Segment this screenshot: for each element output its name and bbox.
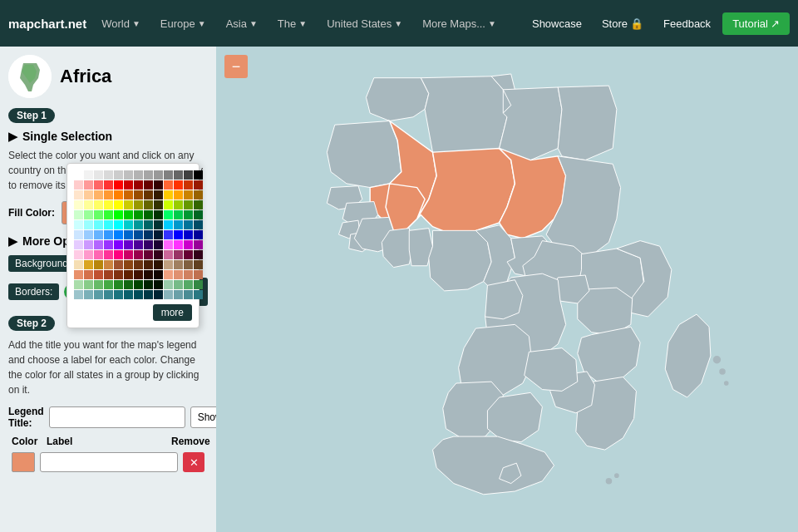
color-cell[interactable] (104, 270, 113, 279)
color-cell[interactable] (174, 210, 183, 219)
color-cell[interactable] (134, 190, 143, 200)
color-cell[interactable] (104, 200, 113, 209)
color-cell[interactable] (164, 190, 173, 200)
color-cell[interactable] (114, 280, 123, 289)
color-cell[interactable] (144, 180, 153, 190)
color-cell[interactable] (144, 280, 153, 289)
color-cell[interactable] (154, 240, 163, 249)
color-cell[interactable] (174, 200, 183, 209)
color-cell[interactable] (104, 250, 113, 259)
color-cell[interactable] (154, 280, 163, 289)
color-cell[interactable] (174, 230, 183, 239)
color-cell[interactable] (94, 180, 103, 190)
color-cell[interactable] (84, 210, 93, 219)
nav-store[interactable]: Store 🔒 (594, 12, 652, 35)
color-cell[interactable] (104, 290, 113, 299)
row-label-input[interactable] (40, 452, 178, 472)
color-cell[interactable] (134, 240, 143, 249)
color-cell[interactable] (184, 190, 193, 200)
color-cell[interactable] (124, 280, 133, 289)
color-cell[interactable] (114, 220, 123, 229)
color-cell[interactable] (184, 210, 193, 219)
color-cell[interactable] (144, 220, 153, 229)
color-cell[interactable] (194, 280, 203, 289)
color-cell[interactable] (144, 250, 153, 259)
color-cell[interactable] (194, 220, 203, 229)
color-cell[interactable] (94, 210, 103, 219)
color-cell[interactable] (74, 260, 83, 269)
color-cell[interactable] (74, 210, 83, 219)
nav-europe[interactable]: Europe ▼ (152, 12, 214, 35)
color-cell[interactable] (74, 240, 83, 249)
color-cell[interactable] (194, 180, 203, 190)
color-cell[interactable] (194, 250, 203, 259)
color-cell[interactable] (84, 270, 93, 279)
nav-more-maps[interactable]: More Maps... ▼ (414, 12, 505, 35)
color-cell[interactable] (164, 200, 173, 209)
africa-map-svg[interactable] (216, 47, 798, 532)
color-cell[interactable] (134, 260, 143, 269)
color-cell[interactable] (134, 290, 143, 299)
color-cell[interactable] (74, 190, 83, 200)
color-cell[interactable] (124, 200, 133, 209)
color-cell[interactable] (134, 230, 143, 239)
color-cell[interactable] (104, 210, 113, 219)
color-cell[interactable] (114, 170, 123, 180)
color-cell[interactable] (74, 280, 83, 289)
color-cell[interactable] (114, 270, 123, 279)
show-legend-select[interactable]: Show Legend (190, 406, 216, 428)
color-cell[interactable] (94, 280, 103, 289)
color-cell[interactable] (164, 290, 173, 299)
color-cell[interactable] (104, 230, 113, 239)
color-cell[interactable] (184, 200, 193, 209)
color-cell[interactable] (184, 180, 193, 190)
color-cell[interactable] (84, 280, 93, 289)
color-cell[interactable] (144, 190, 153, 200)
color-cell[interactable] (124, 290, 133, 299)
color-cell[interactable] (134, 270, 143, 279)
color-cell[interactable] (114, 260, 123, 269)
color-cell[interactable] (94, 260, 103, 269)
color-cell[interactable] (184, 170, 193, 180)
color-cell[interactable] (154, 220, 163, 229)
color-cell[interactable] (154, 180, 163, 190)
color-cell[interactable] (184, 250, 193, 259)
color-cell[interactable] (124, 190, 133, 200)
color-cell[interactable] (164, 240, 173, 249)
color-cell[interactable] (124, 250, 133, 259)
color-cell[interactable] (104, 180, 113, 190)
color-cell[interactable] (154, 250, 163, 259)
color-cell[interactable] (174, 190, 183, 200)
color-cell[interactable] (194, 270, 203, 279)
color-cell[interactable] (114, 200, 123, 209)
color-cell[interactable] (114, 250, 123, 259)
color-cell[interactable] (134, 200, 143, 209)
color-cell[interactable] (134, 280, 143, 289)
color-cell[interactable] (94, 290, 103, 299)
nav-showcase[interactable]: Showcase (524, 12, 590, 35)
color-cell[interactable] (194, 260, 203, 269)
color-cell[interactable] (154, 200, 163, 209)
color-cell[interactable] (174, 220, 183, 229)
color-cell[interactable] (84, 200, 93, 209)
remove-row-button[interactable]: ✕ (183, 452, 204, 472)
color-cell[interactable] (74, 180, 83, 190)
color-cell[interactable] (124, 180, 133, 190)
color-cell[interactable] (124, 230, 133, 239)
color-cell[interactable] (74, 250, 83, 259)
color-cell[interactable] (164, 270, 173, 279)
color-cell[interactable] (84, 190, 93, 200)
color-cell[interactable] (164, 230, 173, 239)
color-cell[interactable] (154, 230, 163, 239)
color-cell[interactable] (174, 240, 183, 249)
color-cell[interactable] (174, 180, 183, 190)
color-cell[interactable] (154, 190, 163, 200)
color-cell[interactable] (144, 230, 153, 239)
color-cell[interactable] (114, 180, 123, 190)
color-cell[interactable] (154, 260, 163, 269)
color-cell[interactable] (74, 220, 83, 229)
color-cell[interactable] (74, 170, 83, 180)
color-cell[interactable] (124, 260, 133, 269)
color-cell[interactable] (94, 230, 103, 239)
color-cell[interactable] (184, 290, 193, 299)
